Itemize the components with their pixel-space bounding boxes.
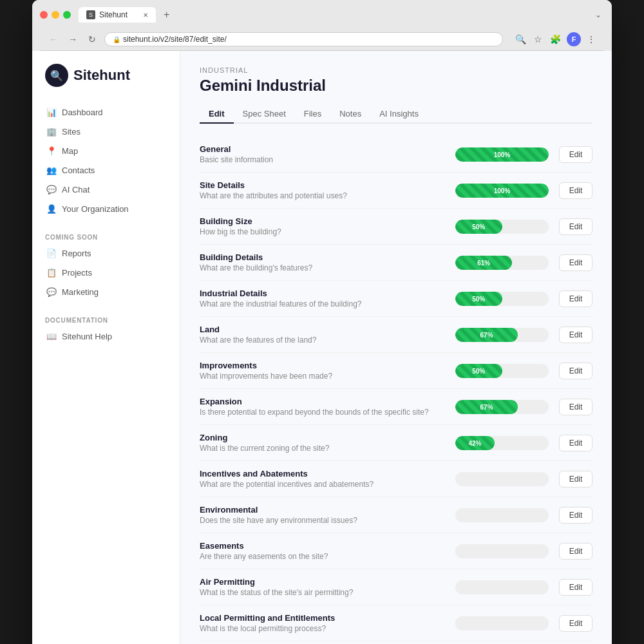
sites-icon: 🏢: [46, 126, 57, 137]
section-name: Building Size: [200, 216, 445, 226]
sidebar-item-label: Your Organization: [62, 204, 129, 214]
section-edit-button[interactable]: Edit: [559, 363, 592, 379]
progress-fill: 100%: [455, 184, 549, 198]
section-edit-button[interactable]: Edit: [559, 507, 592, 524]
logo-text: Sitehunt: [73, 67, 130, 84]
empty-progress-bar: [455, 580, 549, 594]
section-info: Building Details What are the building's…: [200, 252, 445, 272]
tab-edit[interactable]: Edit: [200, 105, 234, 124]
section-row: Land What are the features of the land? …: [200, 317, 592, 353]
marketing-icon: 💬: [46, 287, 57, 297]
progress-area: 61%: [455, 256, 549, 270]
section-name: Improvements: [200, 361, 445, 370]
section-desc: What are the potential incentives and ab…: [200, 480, 445, 489]
progress-label: 42%: [468, 439, 481, 446]
section-info: Local Permitting and Entitlements What i…: [200, 613, 445, 633]
section-edit-button[interactable]: Edit: [559, 146, 592, 163]
progress-bar: 100%: [455, 147, 549, 162]
map-icon: 📍: [46, 146, 57, 156]
progress-area: [455, 544, 549, 558]
sections-list: General Basic site information 100% Edit…: [200, 137, 592, 644]
tab-title: Sitehunt: [99, 10, 128, 19]
section-row: Zoning What is the current zoning of the…: [200, 425, 592, 461]
progress-area: 67%: [455, 328, 549, 342]
minimize-traffic-light[interactable]: [52, 11, 59, 19]
sidebar-item-contacts[interactable]: 👥 Contacts: [40, 160, 172, 180]
section-row: Industrial Details What are the industri…: [200, 281, 592, 317]
section-row: Roads How accessible are the site's road…: [200, 641, 592, 644]
address-bar[interactable]: 🔒 sitehunt.io/v2/site/87/edit_site/: [104, 32, 503, 46]
browser-actions: 🔍 ☆ 🧩 F ⋮: [513, 32, 598, 46]
sidebar-item-label: Sites: [62, 127, 80, 137]
progress-bar: 50%: [455, 364, 549, 378]
sidebar-item-ai-chat[interactable]: 💬 AI Chat: [40, 180, 172, 199]
section-row: Expansion Is there potential to expand b…: [200, 389, 592, 425]
section-info: Building Size How big is the building?: [200, 216, 445, 236]
tab-files[interactable]: Files: [295, 105, 330, 124]
sidebar-item-projects[interactable]: 📋 Projects: [40, 263, 172, 282]
progress-area: [455, 580, 549, 594]
traffic-lights: [40, 11, 71, 19]
back-button[interactable]: ←: [46, 32, 61, 46]
section-name: Building Details: [200, 252, 445, 262]
reload-button[interactable]: ↻: [85, 32, 99, 46]
menu-icon[interactable]: ⋮: [585, 32, 598, 46]
zoom-icon[interactable]: 🔍: [513, 32, 528, 46]
section-edit-button[interactable]: Edit: [559, 218, 592, 235]
section-info: Incentives and Abatements What are the p…: [200, 469, 445, 489]
section-desc: Does the site have any environmental iss…: [200, 516, 445, 525]
section-edit-button[interactable]: Edit: [559, 471, 592, 488]
section-name: General: [200, 144, 445, 154]
section-desc: How big is the building?: [200, 227, 445, 236]
section-edit-button[interactable]: Edit: [559, 182, 592, 199]
section-edit-button[interactable]: Edit: [559, 399, 592, 415]
sidebar-item-reports[interactable]: 📄 Reports: [40, 243, 172, 263]
section-edit-button[interactable]: Edit: [559, 290, 592, 307]
progress-bar: 50%: [455, 292, 549, 306]
progress-bar: 61%: [455, 256, 549, 270]
section-name: Air Permitting: [200, 577, 445, 587]
progress-label: 61%: [477, 259, 490, 266]
profile-button[interactable]: F: [567, 32, 581, 46]
section-desc: What is the current zoning of the site?: [200, 444, 445, 453]
dashboard-icon: 📊: [46, 107, 57, 117]
browser-tab[interactable]: S Sitehunt ✕: [79, 7, 156, 23]
new-tab-button[interactable]: +: [158, 6, 175, 23]
page-title: Gemini Industrial: [200, 77, 592, 95]
doc-nav: DOCUMENTATION 📖 Sitehunt Help: [32, 309, 180, 346]
sidebar-item-marketing[interactable]: 💬 Marketing: [40, 282, 172, 301]
coming-soon-label: COMING SOON: [40, 226, 172, 243]
bookmark-icon[interactable]: ☆: [532, 32, 544, 46]
address-url: sitehunt.io/v2/site/87/edit_site/: [123, 35, 227, 44]
close-traffic-light[interactable]: [40, 11, 48, 19]
sidebar-item-sitehunt-help[interactable]: 📖 Sitehunt Help: [40, 327, 172, 346]
sidebar: 🔍 Sitehunt 📊 Dashboard 🏢 Sites 📍 Map 👥: [32, 51, 180, 644]
section-edit-button[interactable]: Edit: [559, 579, 592, 596]
section-edit-button[interactable]: Edit: [559, 327, 592, 343]
tab-ai-insights[interactable]: AI Insights: [370, 105, 428, 124]
sidebar-item-sites[interactable]: 🏢 Sites: [40, 122, 172, 141]
section-name: Expansion: [200, 397, 445, 406]
tab-spec-sheet[interactable]: Spec Sheet: [234, 105, 295, 124]
tab-close-btn[interactable]: ✕: [143, 12, 148, 19]
tab-chevron-icon[interactable]: ⌄: [592, 8, 604, 22]
logo-area: 🔍 Sitehunt: [32, 64, 180, 102]
app-container: 🔍 Sitehunt 📊 Dashboard 🏢 Sites 📍 Map 👥: [32, 51, 612, 644]
section-edit-button[interactable]: Edit: [559, 435, 592, 451]
progress-bar: 42%: [455, 436, 549, 450]
sidebar-item-map[interactable]: 📍 Map: [40, 141, 172, 160]
tab-notes[interactable]: Notes: [330, 105, 370, 124]
sidebar-item-your-organization[interactable]: 👤 Your Organization: [40, 199, 172, 218]
progress-label: 67%: [480, 403, 493, 410]
section-edit-button[interactable]: Edit: [559, 254, 592, 271]
sidebar-item-dashboard[interactable]: 📊 Dashboard: [40, 102, 172, 122]
progress-label: 100%: [494, 151, 511, 158]
progress-area: 42%: [455, 436, 549, 450]
extension-icon[interactable]: 🧩: [548, 32, 563, 46]
section-edit-button[interactable]: Edit: [559, 543, 592, 560]
section-name: Zoning: [200, 433, 445, 442]
forward-button[interactable]: →: [66, 32, 80, 46]
progress-bar: 67%: [455, 328, 549, 342]
section-edit-button[interactable]: Edit: [559, 615, 592, 632]
fullscreen-traffic-light[interactable]: [63, 11, 71, 19]
